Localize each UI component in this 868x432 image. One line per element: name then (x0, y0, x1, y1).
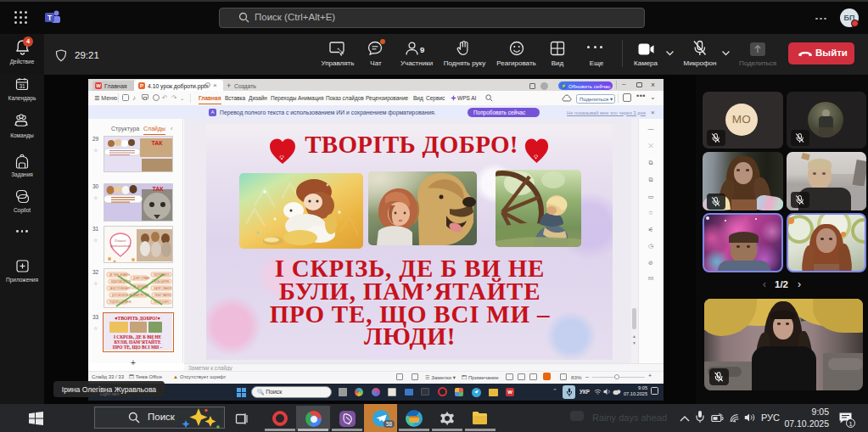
svg-text:ТАК: ТАК (152, 186, 164, 192)
svg-text:31: 31 (19, 83, 25, 89)
svg-text:♥ТВОРІТЬ ДОБРО!♥: ♥ТВОРІТЬ ДОБРО!♥ (115, 316, 160, 321)
svg-text:T: T (48, 14, 53, 22)
svg-text:БУДЬ ЩИРИМ: БУДЬ ЩИРИМ (154, 280, 169, 283)
svg-text:ПРО ТЕ, ЩО ВСІ МИ –: ПРО ТЕ, ЩО ВСІ МИ – (113, 345, 163, 350)
svg-text:ТАК: ТАК (151, 140, 163, 146)
svg-text:ДОПОМОЖИ ВСІМ: ДОПОМОЖИ ВСІМ (112, 294, 132, 297)
svg-text:Родинні: Родинні (114, 238, 126, 243)
svg-text:ЗАХИСТИ МЕНШИХ: ЗАХИСТИ МЕНШИХ (109, 287, 131, 290)
svg-text:ЛЮБИ ТВАРИН: ЛЮБИ ТВАРИН (154, 294, 171, 297)
svg-text:БУЛИ, ПАМ’ЯТАЙТЕ: БУЛИ, ПАМ’ЯТАЙТЕ (115, 339, 161, 345)
svg-text:ДОБРІ СПРАВИ: ДОБРІ СПРАВИ (133, 277, 149, 280)
svg-text:фотоальбоми: фотоальбоми (110, 244, 131, 248)
svg-text:ЖАЛІЙ СЛАБКИХ: ЖАЛІЙ СЛАБКИХ (154, 287, 171, 290)
